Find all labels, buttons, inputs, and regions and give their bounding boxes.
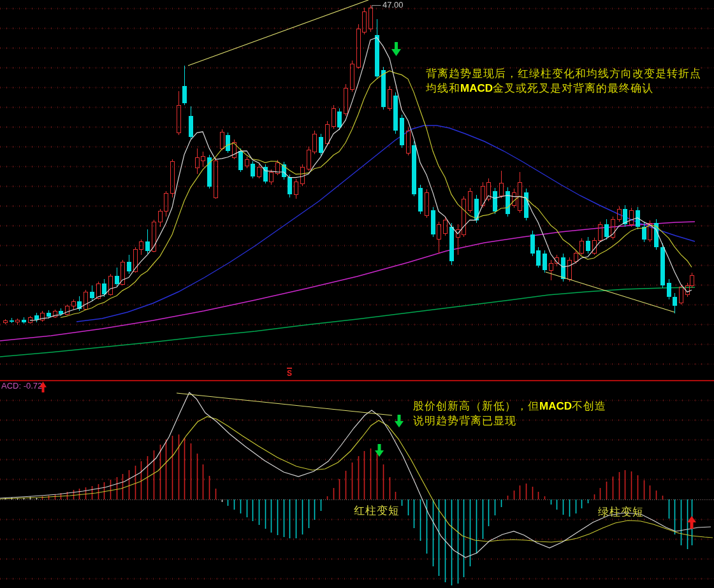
macd-divergence-annotation: 股价创新高（新低），但MACD不创造 说明趋势背离已显现 [413,399,606,428]
stock-chart-window: 47.00 背离趋势显现后，红绿柱变化和均线方向改变是转折点 均线和MACD金叉… [0,0,714,588]
divergence-annotation: 背离趋势显现后，红绿柱变化和均线方向改变是转折点 均线和MACD金叉或死叉是对背… [426,66,701,96]
divergence-annotation-line2: 均线和MACD金叉或死叉是对背离的最终确认 [426,81,701,96]
macd-annotation-line1: 股价创新高（新低），但MACD不创造 [413,399,606,413]
peak-price-label: 47.00 [382,1,404,9]
up-arrow-macd-label [40,382,47,392]
signal-s-marker: S [287,368,292,377]
down-arrow-price-peak [391,42,401,56]
macd-annotation-line2: 说明趋势背离已显现 [413,413,606,428]
up-arrow-macd-end [687,516,696,529]
down-arrow-macd-second-peak [375,444,384,457]
red-histogram-shrink-label: 红柱变短 [354,505,400,516]
macd-value-label: ACD: -0.72 [1,382,42,390]
down-arrow-macd-trendline [395,415,404,427]
divergence-annotation-line1: 背离趋势显现后，红绿柱变化和均线方向改变是转折点 [426,66,701,81]
green-histogram-shrink-label: 绿柱变短 [598,506,644,517]
